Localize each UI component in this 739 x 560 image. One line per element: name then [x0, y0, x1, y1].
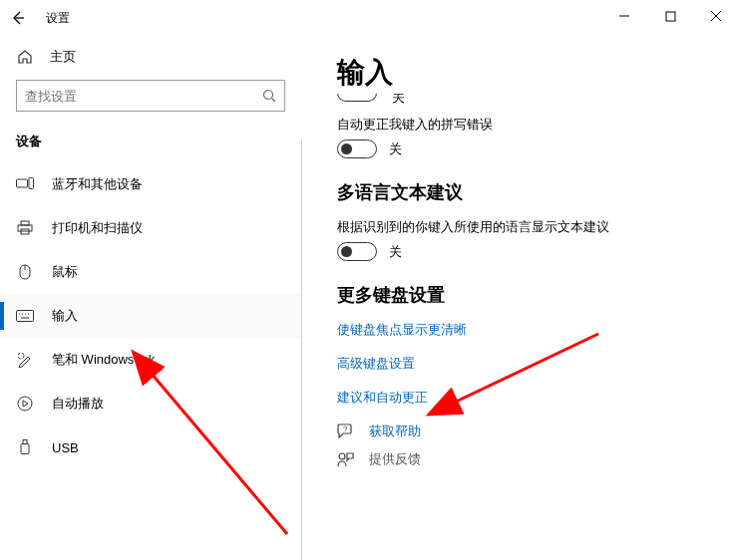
- sidebar-item-label: 自动播放: [52, 395, 104, 413]
- get-help-label: 获取帮助: [369, 422, 421, 440]
- feedback-icon: [337, 451, 355, 467]
- link-suggestions-autocorrect[interactable]: 建议和自动更正: [337, 389, 719, 407]
- autoplay-icon: [16, 395, 34, 413]
- devices-icon: [16, 175, 34, 193]
- sidebar-section-label: 设备: [0, 124, 301, 156]
- svg-line-5: [272, 99, 276, 103]
- sidebar-item-label: 输入: [52, 307, 78, 325]
- maximize-icon: [665, 11, 676, 22]
- svg-rect-7: [29, 178, 34, 189]
- sidebar-item-autoplay[interactable]: 自动播放: [0, 382, 301, 425]
- sidebar: 主页 设备 蓝牙和其他设备 打印机和扫描仪: [0, 36, 301, 560]
- multilang-desc: 根据识别到的你键入所使用的语言显示文本建议: [337, 218, 719, 236]
- help-icon: ?: [337, 423, 355, 439]
- home-icon: [16, 48, 34, 66]
- page-title: 输入: [337, 54, 719, 92]
- sidebar-item-label: 蓝牙和其他设备: [52, 175, 143, 193]
- search-input-wrapper[interactable]: [16, 80, 285, 112]
- svg-point-4: [264, 91, 273, 100]
- back-arrow-icon: [11, 11, 25, 25]
- svg-rect-21: [23, 440, 27, 444]
- sidebar-item-label: 笔和 Windows Ink: [52, 351, 155, 369]
- autocorrect-state: 关: [389, 140, 402, 158]
- sidebar-item-typing[interactable]: 输入: [0, 294, 301, 338]
- svg-rect-6: [17, 179, 28, 187]
- svg-rect-1: [666, 12, 675, 21]
- usb-icon: [16, 438, 34, 456]
- multilang-toggle[interactable]: [337, 242, 377, 261]
- sidebar-item-pen[interactable]: 笔和 Windows Ink: [0, 338, 301, 382]
- svg-point-20: [18, 397, 32, 411]
- svg-rect-9: [18, 225, 32, 231]
- multilang-state: 关: [389, 243, 402, 261]
- printer-icon: [16, 219, 34, 237]
- sidebar-item-label: 打印机和扫描仪: [52, 219, 143, 237]
- get-help-row[interactable]: ? 获取帮助: [337, 422, 719, 440]
- more-keyboard-heading: 更多键盘设置: [337, 283, 719, 307]
- content-pane: 输入 关 自动更正我键入的拼写错误 关 多语言文本建议 根据识别到的你键入所使用…: [301, 36, 739, 560]
- link-keyboard-focus[interactable]: 使键盘焦点显示更清晰: [337, 321, 719, 339]
- close-icon: [710, 10, 722, 22]
- svg-text:?: ?: [343, 424, 348, 433]
- link-advanced-keyboard[interactable]: 高级键盘设置: [337, 355, 719, 373]
- home-label: 主页: [50, 48, 76, 66]
- partial-toggle-above: 关: [337, 94, 719, 108]
- autocorrect-desc: 自动更正我键入的拼写错误: [337, 116, 719, 134]
- sidebar-item-mouse[interactable]: 鼠标: [0, 250, 301, 294]
- svg-point-24: [339, 453, 345, 459]
- pen-icon: [16, 351, 34, 369]
- keyboard-icon: [16, 307, 34, 325]
- sidebar-item-bluetooth[interactable]: 蓝牙和其他设备: [0, 162, 301, 206]
- close-button[interactable]: [693, 0, 739, 32]
- search-icon: [262, 89, 276, 103]
- titlebar: 设置: [0, 0, 739, 36]
- search-input[interactable]: [25, 89, 262, 104]
- svg-rect-8: [21, 221, 29, 225]
- multilang-heading: 多语言文本建议: [337, 180, 719, 204]
- sidebar-item-label: 鼠标: [52, 263, 78, 281]
- autocorrect-toggle[interactable]: [337, 140, 377, 158]
- home-nav-item[interactable]: 主页: [0, 40, 301, 74]
- minimize-button[interactable]: [601, 0, 647, 32]
- sidebar-item-printers[interactable]: 打印机和扫描仪: [0, 206, 301, 250]
- sidebar-item-label: USB: [52, 440, 79, 455]
- feedback-row[interactable]: 提供反馈: [337, 450, 719, 468]
- maximize-button[interactable]: [647, 0, 693, 32]
- window-title: 设置: [36, 10, 70, 27]
- svg-point-19: [18, 353, 24, 359]
- feedback-label: 提供反馈: [369, 450, 421, 468]
- sidebar-item-usb[interactable]: USB: [0, 425, 301, 469]
- back-button[interactable]: [0, 0, 36, 36]
- svg-rect-13: [17, 311, 34, 322]
- svg-rect-22: [21, 444, 29, 454]
- minimize-icon: [618, 10, 630, 22]
- mouse-icon: [16, 263, 34, 281]
